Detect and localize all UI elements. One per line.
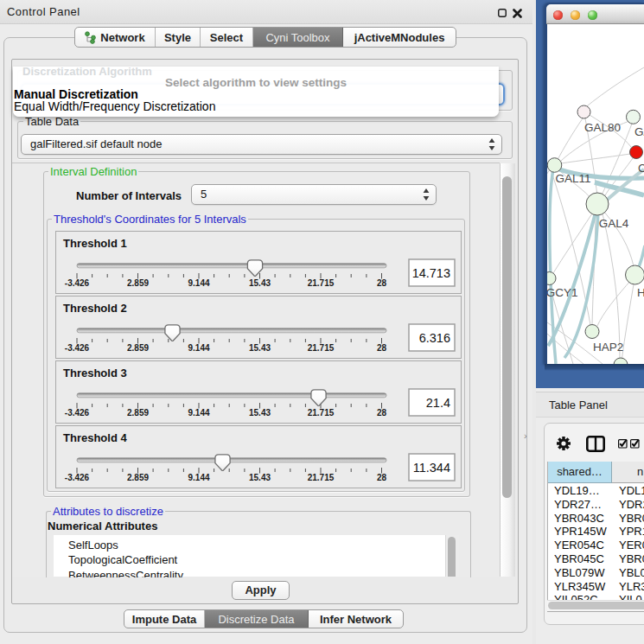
svg-text:Threshold 3: Threshold 3 [63,367,127,379]
svg-text:GAL4: GAL4 [599,217,629,230]
svg-text:H: H [637,286,644,299]
svg-text:15.43: 15.43 [249,408,271,418]
svg-text:2.859: 2.859 [127,408,149,418]
svg-text:CY: CY [638,162,644,175]
svg-text:GA: GA [634,125,644,138]
svg-text:9.144: 9.144 [188,408,209,418]
svg-text:-3.426: -3.426 [65,278,90,288]
svg-text:28: 28 [377,278,387,288]
svg-text:-3.426: -3.426 [65,343,90,353]
svg-text:21.715: 21.715 [308,278,335,288]
svg-text:28: 28 [377,473,387,482]
svg-text:21.715: 21.715 [308,473,335,482]
svg-text:HAP2: HAP2 [593,341,623,354]
svg-text:28: 28 [377,408,387,418]
svg-text:21.715: 21.715 [308,343,335,353]
svg-text:21.715: 21.715 [308,408,335,418]
svg-text:9.144: 9.144 [188,473,209,482]
svg-text:21.4: 21.4 [426,396,450,410]
svg-text:-3.426: -3.426 [65,473,90,482]
svg-text:Threshold 2: Threshold 2 [63,302,127,315]
svg-text:9.144: 9.144 [188,343,209,353]
svg-text:15.43: 15.43 [249,343,271,353]
svg-text:2.859: 2.859 [127,473,149,482]
svg-text:2.859: 2.859 [127,343,149,353]
svg-text:-3.426: -3.426 [65,408,90,418]
svg-text:11.344: 11.344 [413,461,450,475]
svg-text:15.43: 15.43 [249,473,271,482]
svg-text:2.859: 2.859 [127,278,149,288]
svg-text:15.43: 15.43 [249,278,271,288]
svg-text:14.713: 14.713 [412,266,450,280]
svg-text:9.144: 9.144 [188,278,209,288]
svg-text:GAL11: GAL11 [555,172,590,185]
svg-text:6.316: 6.316 [419,331,450,345]
svg-text:Threshold 4: Threshold 4 [63,431,127,444]
svg-text:28: 28 [377,343,387,353]
svg-text:GCY1: GCY1 [547,286,577,299]
svg-text:Threshold 1: Threshold 1 [63,237,127,250]
svg-text:GAL80: GAL80 [584,121,621,134]
